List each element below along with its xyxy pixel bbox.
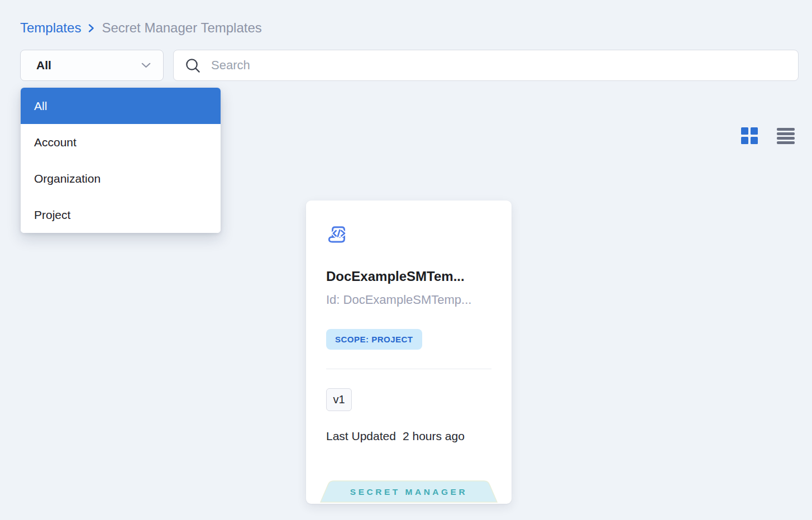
scope-filter-select[interactable]: All [20,50,164,81]
dropdown-option-project[interactable]: Project [21,197,221,233]
last-updated-row: Last Updated 2 hours ago [326,430,465,443]
scope-filter-value: All [36,59,141,72]
page-title: Secret Manager Templates [102,20,261,36]
search-icon [185,58,200,73]
search-input[interactable] [210,58,787,73]
dropdown-option-account[interactable]: Account [21,124,221,160]
grid-view-icon[interactable] [741,127,758,144]
card-divider [326,369,491,369]
breadcrumb-templates-link[interactable]: Templates [20,20,81,36]
last-updated-value: 2 hours ago [403,430,465,443]
dropdown-option-organization[interactable]: Organization [21,160,221,197]
version-chip: v1 [326,388,352,411]
template-title: DocExampleSMTem... [326,269,465,284]
search-bar[interactable] [173,50,799,81]
scope-dropdown-menu: All Account Organization Project [21,88,221,233]
breadcrumb: Templates Secret Manager Templates [20,20,262,36]
secret-manager-banner-label: SECRET MANAGER [350,487,467,497]
dropdown-option-all[interactable]: All [21,88,221,124]
chevron-down-icon [141,63,151,68]
secret-manager-banner: SECRET MANAGER [319,480,498,503]
script-template-icon [327,224,350,247]
list-view-icon[interactable] [777,128,795,144]
last-updated-label: Last Updated [326,430,396,443]
chevron-right-icon [88,23,94,33]
scope-badge: SCOPE: PROJECT [326,329,422,350]
template-id: Id: DocExampleSMTemp... [326,293,471,307]
template-card[interactable]: DocExampleSMTem... Id: DocExampleSMTemp.… [306,201,512,504]
